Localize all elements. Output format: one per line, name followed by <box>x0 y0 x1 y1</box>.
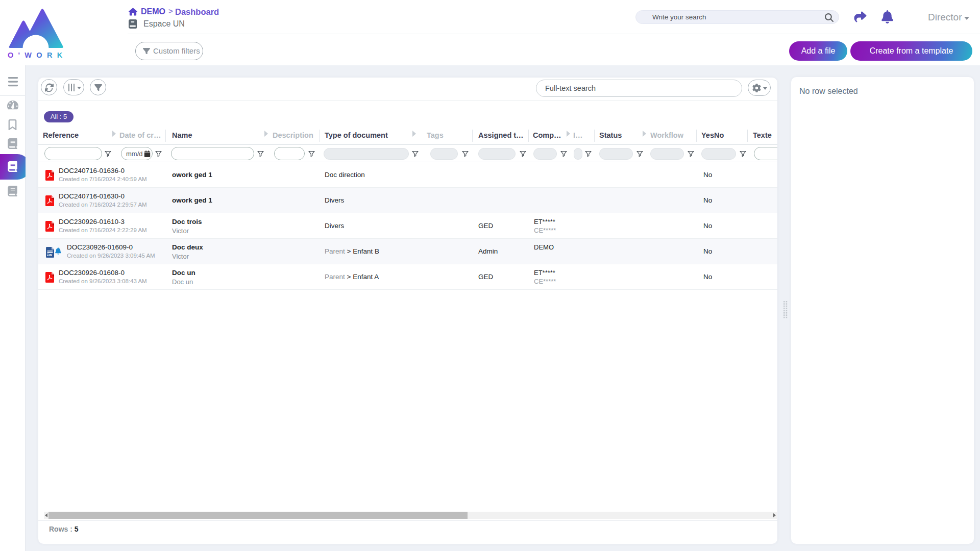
svg-text:O'WORK: O'WORK <box>8 51 65 59</box>
svg-text:w: w <box>48 253 52 257</box>
